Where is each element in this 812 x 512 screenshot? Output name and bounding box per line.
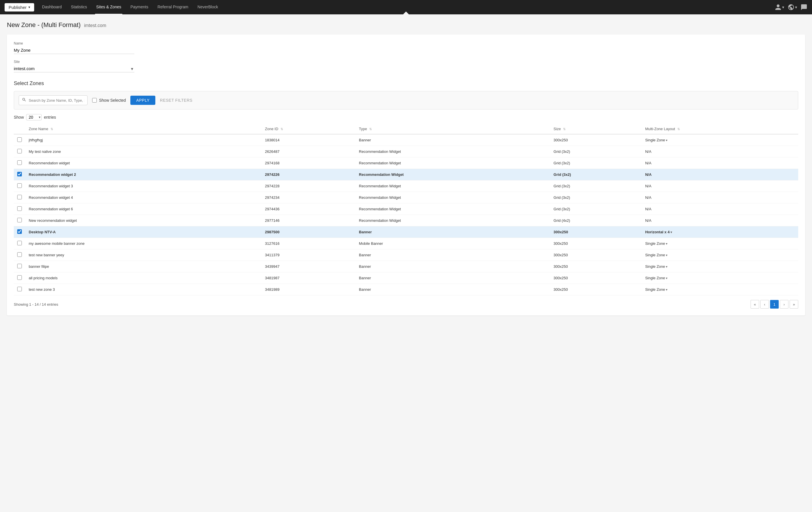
cell-type: Recommendation Widget	[355, 215, 550, 226]
cell-zone-name: banner filipe	[25, 261, 262, 272]
row-checkbox[interactable]	[17, 252, 22, 257]
prev-page-button[interactable]: ‹	[760, 300, 769, 308]
row-checkbox[interactable]	[17, 218, 22, 222]
cell-layout[interactable]: Single Zone ▾	[642, 284, 798, 295]
cell-layout[interactable]: Single Zone ▾	[642, 261, 798, 272]
filter-bar: Show Selected APPLY RESET FILTERS	[14, 91, 798, 109]
entries-label: entries	[44, 115, 56, 119]
row-checkbox[interactable]	[17, 149, 22, 154]
cell-zone-name: test new zone 3	[25, 284, 262, 295]
cell-zone-name: Recommendation widget 2	[25, 169, 262, 181]
first-page-button[interactable]: «	[751, 300, 759, 308]
reset-filters-button[interactable]: RESET FILTERS	[160, 98, 192, 103]
row-checkbox-cell	[14, 192, 25, 204]
row-checkbox[interactable]	[17, 183, 22, 188]
sort-zone-id-icon: ⇅	[281, 127, 283, 131]
entries-select[interactable]: 20 50 100	[26, 114, 41, 120]
cell-layout: N/A	[642, 215, 798, 226]
nav-link-neverblock[interactable]: NeverBlock	[196, 0, 220, 15]
row-checkbox[interactable]	[17, 160, 22, 165]
row-checkbox[interactable]	[17, 275, 22, 280]
row-checkbox[interactable]	[17, 287, 22, 291]
nav-link-sites-zones[interactable]: Sites & Zones	[95, 0, 122, 15]
last-page-button[interactable]: »	[790, 300, 798, 308]
cell-layout: N/A	[642, 181, 798, 192]
form-card: Name Site imtest.com ▾ Select Zones	[7, 34, 805, 316]
search-input[interactable]	[29, 98, 84, 103]
row-checkbox[interactable]	[17, 206, 22, 211]
layout-dropdown-arrow-icon[interactable]: ▾	[665, 276, 668, 280]
cell-zone-id: 2987500	[262, 226, 355, 238]
language-icon[interactable]: ▾	[788, 4, 797, 10]
show-selected-wrapper[interactable]: Show Selected	[92, 98, 126, 103]
row-checkbox-cell	[14, 215, 25, 226]
cell-size: 300x250	[550, 226, 642, 238]
cell-size: Grid (3x2)	[550, 181, 642, 192]
cell-size: Grid (3x2)	[550, 192, 642, 204]
cell-zone-name: Desktop NTV-A	[25, 226, 262, 238]
cell-type: Banner	[355, 261, 550, 272]
cell-zone-name: my awesome mobile banner zone	[25, 238, 262, 249]
row-checkbox-cell	[14, 181, 25, 192]
nav-link-dashboard[interactable]: Dashboard	[41, 0, 63, 15]
table-header: Zone Name ⇅ Zone ID ⇅ Type ⇅ Size ⇅ Mult…	[14, 124, 798, 134]
layout-dropdown-arrow-icon[interactable]: ▾	[665, 138, 668, 142]
cell-size: Grid (3x2)	[550, 146, 642, 158]
cell-size: Grid (3x2)	[550, 158, 642, 169]
cell-layout[interactable]: Single Zone ▾	[642, 249, 798, 261]
cell-zone-name: all pricing models	[25, 272, 262, 284]
layout-dropdown-arrow-icon[interactable]: ▾	[665, 253, 668, 257]
row-checkbox[interactable]	[17, 241, 22, 245]
name-input[interactable]	[14, 47, 134, 54]
cell-size: 300x250	[550, 272, 642, 284]
messages-icon[interactable]	[801, 4, 807, 10]
layout-dropdown-arrow-icon[interactable]: ▾	[670, 231, 672, 234]
apply-button[interactable]: APPLY	[130, 96, 155, 105]
row-checkbox[interactable]	[17, 172, 22, 177]
cell-size: Grid (4x2)	[550, 215, 642, 226]
show-label: Show	[14, 115, 24, 119]
layout-dropdown-arrow-icon[interactable]: ▾	[665, 265, 668, 268]
table-row: jhfhgfhgj1838014Banner300x250Single Zone…	[14, 134, 798, 146]
table-row: Recommendation widget 22974226Recommenda…	[14, 169, 798, 181]
table-row: New recommendation widget2977146Recommen…	[14, 215, 798, 226]
nav-link-payments[interactable]: Payments	[129, 0, 149, 15]
next-page-button[interactable]: ›	[780, 300, 788, 308]
show-selected-checkbox[interactable]	[92, 98, 97, 103]
row-checkbox-cell	[14, 146, 25, 158]
cell-layout[interactable]: Single Zone ▾	[642, 272, 798, 284]
cell-zone-name: jhfhgfhgj	[25, 134, 262, 146]
row-checkbox[interactable]	[17, 137, 22, 142]
cell-zone-name: Recommendation widget	[25, 158, 262, 169]
showing-text: Showing 1 - 14 / 14 entries	[14, 302, 58, 306]
cell-layout[interactable]: Single Zone ▾	[642, 238, 798, 249]
row-checkbox[interactable]	[17, 229, 22, 234]
nav-link-referral[interactable]: Referral Program	[156, 0, 189, 15]
layout-dropdown-arrow-icon[interactable]: ▾	[665, 242, 668, 245]
page-1-button[interactable]: 1	[770, 300, 779, 308]
cell-type: Recommendation Widget	[355, 169, 550, 181]
cell-layout[interactable]: Horizontal x 4 ▾	[642, 226, 798, 238]
publisher-button[interactable]: Publisher ▾	[5, 3, 34, 11]
site-select[interactable]: imtest.com	[14, 65, 134, 73]
cell-zone-id: 3127616	[262, 238, 355, 249]
cell-layout: N/A	[642, 158, 798, 169]
nav-link-statistics[interactable]: Statistics	[70, 0, 88, 15]
cell-layout[interactable]: Single Zone ▾	[642, 134, 798, 146]
row-checkbox[interactable]	[17, 264, 22, 268]
page-title: New Zone - (Multi Format)	[7, 21, 81, 29]
row-checkbox-cell	[14, 134, 25, 146]
site-label: Site	[14, 60, 798, 64]
entries-bar: Show 20 50 100 entries	[14, 114, 798, 120]
cell-zone-id: 2974234	[262, 192, 355, 204]
cell-size: 300x250	[550, 238, 642, 249]
cell-zone-id: 3411379	[262, 249, 355, 261]
account-icon[interactable]: ▾	[775, 4, 784, 10]
layout-dropdown-arrow-icon[interactable]: ▾	[665, 288, 668, 291]
row-checkbox-cell	[14, 284, 25, 295]
row-checkbox-cell	[14, 261, 25, 272]
table-row: My test native zone2626487Recommendation…	[14, 146, 798, 158]
row-checkbox[interactable]	[17, 195, 22, 199]
table-footer: Showing 1 - 14 / 14 entries « ‹ 1 › »	[14, 295, 798, 308]
cell-layout: N/A	[642, 169, 798, 181]
